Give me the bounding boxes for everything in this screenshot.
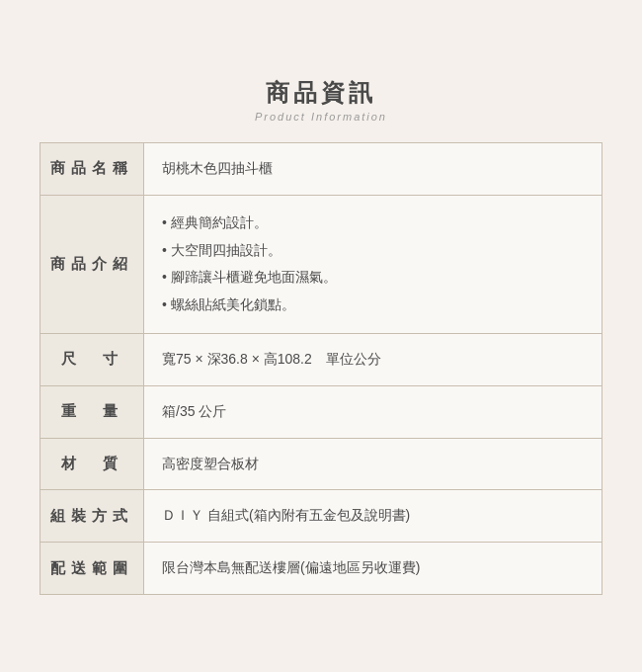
list-item: 腳蹄讓斗櫃避免地面濕氣。 [162, 264, 584, 292]
row-label-6: 配送範圍 [40, 543, 144, 595]
table-row: 材 質高密度塑合板材 [40, 438, 602, 490]
table-row: 尺 寸寬75 × 深36.8 × 高108.2 單位公分 [40, 334, 602, 386]
list-item: 經典簡約設計。 [162, 210, 584, 237]
row-label-5: 組裝方式 [40, 490, 144, 543]
row-value-1: 經典簡約設計。大空間四抽設計。腳蹄讓斗櫃避免地面濕氣。螺絲貼紙美化鎖點。 [144, 195, 602, 333]
title-zh: 商品資訊 [40, 77, 602, 109]
row-value-5: ＤＩＹ 自組式(箱內附有五金包及說明書) [144, 490, 602, 543]
row-label-4: 材 質 [40, 438, 144, 490]
row-value-3: 箱/35 公斤 [144, 385, 602, 438]
list-item: 大空間四抽設計。 [162, 237, 584, 265]
row-value-4: 高密度塑合板材 [144, 438, 602, 490]
title-en: Product Information [40, 111, 602, 123]
row-label-0: 商品名稱 [40, 143, 144, 196]
row-value-6: 限台灣本島無配送樓層(偏遠地區另收運費) [144, 543, 602, 595]
table-row: 商品介紹經典簡約設計。大空間四抽設計。腳蹄讓斗櫃避免地面濕氣。螺絲貼紙美化鎖點。 [40, 195, 602, 333]
table-row: 配送範圍限台灣本島無配送樓層(偏遠地區另收運費) [40, 543, 602, 595]
row-value-2: 寬75 × 深36.8 × 高108.2 單位公分 [144, 334, 602, 386]
row-label-3: 重 量 [40, 385, 144, 438]
product-info-container: 商品資訊 Product Information 商品名稱胡桃木色四抽斗櫃商品介… [30, 57, 612, 615]
row-label-1: 商品介紹 [40, 195, 144, 333]
row-label-2: 尺 寸 [40, 334, 144, 386]
table-row: 商品名稱胡桃木色四抽斗櫃 [40, 143, 602, 196]
info-table: 商品名稱胡桃木色四抽斗櫃商品介紹經典簡約設計。大空間四抽設計。腳蹄讓斗櫃避免地面… [40, 142, 602, 595]
table-row: 重 量箱/35 公斤 [40, 385, 602, 438]
header: 商品資訊 Product Information [40, 77, 602, 123]
row-value-0: 胡桃木色四抽斗櫃 [144, 143, 602, 196]
list-item: 螺絲貼紙美化鎖點。 [162, 292, 584, 319]
table-row: 組裝方式ＤＩＹ 自組式(箱內附有五金包及說明書) [40, 490, 602, 543]
